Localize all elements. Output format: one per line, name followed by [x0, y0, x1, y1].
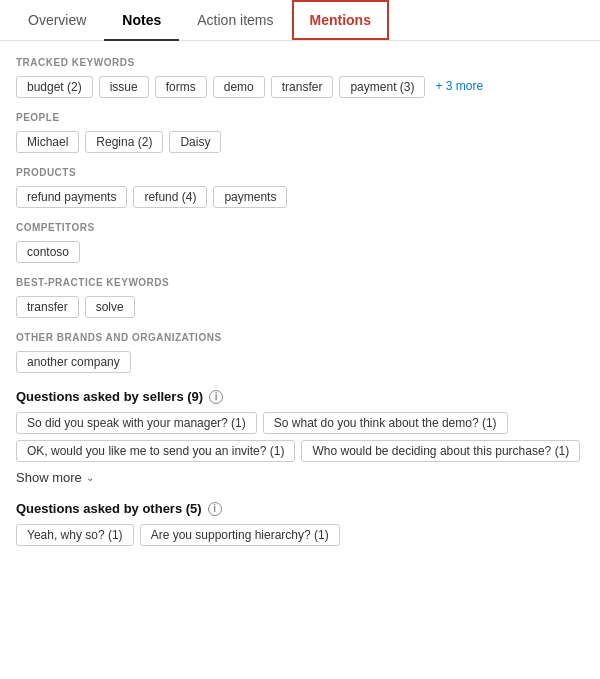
question-seller-4[interactable]: Who would be deciding about this purchas…: [301, 440, 580, 462]
tracked-keywords-tags: budget (2) issue forms demo transfer pay…: [16, 76, 584, 98]
tag-regina[interactable]: Regina (2): [85, 131, 163, 153]
tag-transfer[interactable]: transfer: [271, 76, 334, 98]
products-label: PRODUCTS: [16, 167, 584, 178]
tag-refund-payments[interactable]: refund payments: [16, 186, 127, 208]
tag-issue[interactable]: issue: [99, 76, 149, 98]
tab-bar: Overview Notes Action items Mentions: [0, 0, 600, 41]
other-brands-tags: another company: [16, 351, 584, 373]
competitors-label: COMPETITORS: [16, 222, 584, 233]
tag-another-company[interactable]: another company: [16, 351, 131, 373]
tag-payments[interactable]: payments: [213, 186, 287, 208]
best-practice-tags: transfer solve: [16, 296, 584, 318]
tracked-keywords-label: TRACKED KEYWORDS: [16, 57, 584, 68]
tag-solve[interactable]: solve: [85, 296, 135, 318]
tag-daisy[interactable]: Daisy: [169, 131, 221, 153]
question-seller-2[interactable]: So what do you think about the demo? (1): [263, 412, 508, 434]
questions-sellers-title: Questions asked by sellers (9): [16, 389, 203, 404]
tag-demo[interactable]: demo: [213, 76, 265, 98]
tag-budget[interactable]: budget (2): [16, 76, 93, 98]
question-seller-3[interactable]: OK, would you like me to send you an inv…: [16, 440, 295, 462]
questions-sellers-tags: So did you speak with your manager? (1) …: [16, 412, 584, 462]
question-other-1[interactable]: Yeah, why so? (1): [16, 524, 134, 546]
questions-others-tags: Yeah, why so? (1) Are you supporting hie…: [16, 524, 584, 546]
people-label: PEOPLE: [16, 112, 584, 123]
chevron-down-icon: ⌄: [86, 472, 94, 483]
tracked-keywords-more[interactable]: + 3 more: [431, 76, 487, 98]
best-practice-label: BEST-PRACTICE KEYWORDS: [16, 277, 584, 288]
questions-others-info-icon[interactable]: i: [208, 502, 222, 516]
tab-overview[interactable]: Overview: [10, 0, 104, 40]
question-other-2[interactable]: Are you supporting hierarchy? (1): [140, 524, 340, 546]
show-more-label: Show more: [16, 470, 82, 485]
tag-transfer-bp[interactable]: transfer: [16, 296, 79, 318]
tag-forms[interactable]: forms: [155, 76, 207, 98]
tag-michael[interactable]: Michael: [16, 131, 79, 153]
main-content: TRACKED KEYWORDS budget (2) issue forms …: [0, 41, 600, 566]
tab-action-items[interactable]: Action items: [179, 0, 291, 40]
questions-sellers-header: Questions asked by sellers (9) i: [16, 389, 584, 404]
tag-contoso[interactable]: contoso: [16, 241, 80, 263]
tab-notes[interactable]: Notes: [104, 0, 179, 40]
competitors-tags: contoso: [16, 241, 584, 263]
show-more-button[interactable]: Show more ⌄: [16, 470, 584, 485]
questions-others-title: Questions asked by others (5): [16, 501, 202, 516]
tab-mentions[interactable]: Mentions: [292, 0, 389, 40]
tag-refund[interactable]: refund (4): [133, 186, 207, 208]
other-brands-label: OTHER BRANDS AND ORGANIZATIONS: [16, 332, 584, 343]
people-tags: Michael Regina (2) Daisy: [16, 131, 584, 153]
questions-others-header: Questions asked by others (5) i: [16, 501, 584, 516]
question-seller-1[interactable]: So did you speak with your manager? (1): [16, 412, 257, 434]
tag-payment[interactable]: payment (3): [339, 76, 425, 98]
products-tags: refund payments refund (4) payments: [16, 186, 584, 208]
questions-sellers-info-icon[interactable]: i: [209, 390, 223, 404]
